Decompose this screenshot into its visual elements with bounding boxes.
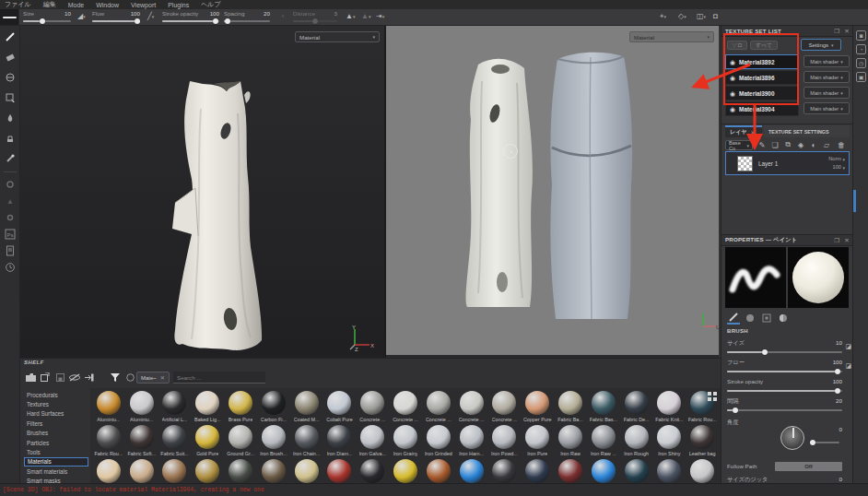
shelf-category[interactable]: Tools xyxy=(24,447,88,456)
material-tile[interactable]: Fabric Ba... xyxy=(554,391,587,422)
size-value[interactable]: 10 xyxy=(53,10,71,17)
menu-item[interactable]: Viewport xyxy=(131,2,156,8)
brush-tip-icon[interactable]: ◢▾ xyxy=(77,11,86,22)
hide-labels-icon[interactable] xyxy=(68,371,81,384)
texture-set-settings-tab[interactable]: TEXTURE SET SETTINGS xyxy=(764,125,850,137)
add-mask-icon[interactable]: ◐ xyxy=(808,139,819,150)
radio-icon[interactable]: ◉ xyxy=(730,75,735,81)
material-tile[interactable] xyxy=(488,459,522,484)
pencil-profile-icon[interactable]: ╱▾ xyxy=(147,11,154,22)
filter-tag-chip[interactable]: Mate~ ✕ xyxy=(136,372,170,384)
history-clock-icon[interactable] xyxy=(3,260,18,275)
material-tile[interactable] xyxy=(620,459,653,484)
material-tile[interactable]: Iron Pure xyxy=(521,425,554,456)
material-tile[interactable] xyxy=(323,459,357,484)
shader-dropdown[interactable]: Main shader▾ xyxy=(803,55,850,67)
delete-layer-icon[interactable]: 🗑 xyxy=(836,139,847,150)
menu-item[interactable]: Plugins xyxy=(168,2,189,8)
layer-opacity-dropdown[interactable]: 100 ▾ xyxy=(833,164,845,171)
menu-item[interactable]: Window xyxy=(96,2,119,8)
material-tile[interactable]: Iron Brush... xyxy=(257,425,290,456)
material-tile[interactable]: Fabric Suit... xyxy=(158,425,192,456)
solo-tab[interactable]: ソロ xyxy=(727,41,747,50)
radio-icon[interactable]: ◉ xyxy=(730,106,735,112)
texture-set-row[interactable]: ◉ Material3892 Main shader▾ xyxy=(725,54,850,69)
material-tile[interactable]: Aluminiu... xyxy=(92,391,125,422)
material-tile[interactable]: Iron Galva... xyxy=(356,425,389,456)
stamp-icon[interactable]: ◪ xyxy=(845,343,851,350)
add-paint-layer-icon[interactable]: ✎ xyxy=(757,139,768,150)
material-tile[interactable]: Artificial L... xyxy=(158,391,192,422)
material-tile[interactable] xyxy=(356,459,389,484)
material-tile[interactable] xyxy=(290,459,323,484)
document-icon[interactable] xyxy=(3,243,18,258)
material-tile[interactable] xyxy=(191,459,224,484)
texture-set-row[interactable]: ◉ Material3896 Main shader▾ xyxy=(725,70,850,85)
material-tile[interactable]: Iron Shiny xyxy=(653,425,686,456)
material-preview[interactable] xyxy=(788,247,849,308)
material-tile[interactable]: Ground Gr... xyxy=(224,425,257,456)
size-slider[interactable] xyxy=(23,18,71,24)
property-slider[interactable] xyxy=(727,387,842,394)
photoshop-export-icon[interactable]: Ps xyxy=(3,227,18,242)
viewport-2d[interactable]: Material▾ U xyxy=(386,26,719,355)
material-tile[interactable] xyxy=(389,459,422,484)
stamp-icon[interactable]: ◪ xyxy=(845,362,851,370)
material-tile[interactable]: Fabric Soft... xyxy=(125,425,158,456)
add-folder-icon[interactable]: ▱ xyxy=(821,139,832,150)
material-tile[interactable]: Copper Pure xyxy=(521,391,554,422)
camera-snapshot-icon[interactable]: ◘ xyxy=(713,11,718,22)
material-tile[interactable] xyxy=(455,459,488,484)
channel-select[interactable]: Base Co▾ xyxy=(725,140,753,150)
radio-icon[interactable]: ◉ xyxy=(730,90,735,97)
material-tile[interactable]: Fabric Knit... xyxy=(653,391,686,422)
material-tile[interactable]: Iron Chain... xyxy=(290,425,323,456)
follow-path-toggle[interactable]: Off xyxy=(775,462,842,471)
close-icon[interactable]: ✕ xyxy=(844,237,850,244)
brush-stroke-preview[interactable] xyxy=(0,9,19,25)
material-tile[interactable]: Iron Grainy xyxy=(389,425,422,456)
brush-properties-tab[interactable] xyxy=(727,312,740,325)
spacing-slider[interactable] xyxy=(224,18,270,24)
property-slider[interactable] xyxy=(727,368,842,374)
add-effect-icon[interactable]: ◈ xyxy=(795,139,806,150)
angle-slider[interactable] xyxy=(810,439,839,445)
property-slider[interactable] xyxy=(727,407,842,413)
export-brush-icon[interactable]: ⇥▾ xyxy=(376,11,384,22)
radio-icon[interactable]: ◉ xyxy=(730,59,735,65)
settings-dropdown[interactable]: Settings▾ xyxy=(801,39,841,51)
popout-icon[interactable]: ❐ xyxy=(834,28,839,35)
spacing-value[interactable]: 20 xyxy=(252,10,270,17)
material-tile[interactable]: Cobalt Pure xyxy=(323,391,357,422)
material-tile[interactable]: Concrete ... xyxy=(455,391,488,422)
shelf-category[interactable]: Textures xyxy=(24,399,88,408)
stencil-properties-tab[interactable] xyxy=(760,312,773,325)
menu-item[interactable]: 編集 xyxy=(43,0,56,9)
filter-circle-icon[interactable] xyxy=(123,371,136,384)
viewport-3d[interactable]: Material▾ Y X Z xyxy=(20,26,384,360)
texture-set-name-cell[interactable]: ◉ Material3904 xyxy=(725,101,799,116)
material-tile[interactable]: Concrete ... xyxy=(422,391,455,422)
popout-icon[interactable]: ❐ xyxy=(834,237,839,244)
polygon-fill-tool[interactable] xyxy=(3,90,18,105)
layer-row[interactable]: Layer 1 Norm ▾ 100 ▾ xyxy=(725,151,850,175)
material-tile[interactable] xyxy=(686,459,719,484)
shelf-category[interactable]: Filters xyxy=(24,419,88,428)
material-tile[interactable] xyxy=(257,459,290,484)
material-tile[interactable]: Aluminiu... xyxy=(125,391,158,422)
shelf-category[interactable]: Hard Surfaces xyxy=(24,409,88,419)
shelf-category[interactable]: Procedurals xyxy=(24,390,88,399)
layers-tab[interactable]: レイヤ✕ xyxy=(725,125,762,137)
projection-tool[interactable] xyxy=(3,70,18,85)
close-icon[interactable]: ✕ xyxy=(844,28,850,35)
angle-value[interactable]: 0 xyxy=(839,426,842,432)
shelf-search-input[interactable]: Search ... xyxy=(173,372,265,384)
stroke-preview[interactable] xyxy=(725,247,786,308)
material-tile[interactable] xyxy=(521,459,554,484)
material-tile[interactable]: Baked Lig... xyxy=(191,391,224,422)
texture-set-row[interactable]: ◉ Material3904 Main shader▾ xyxy=(725,101,850,116)
shelf-category[interactable]: Smart materials xyxy=(24,466,88,476)
material-tile[interactable] xyxy=(158,459,192,484)
material-tile[interactable]: Concrete ... xyxy=(389,391,422,422)
menu-item[interactable]: ヘルプ xyxy=(201,0,221,9)
